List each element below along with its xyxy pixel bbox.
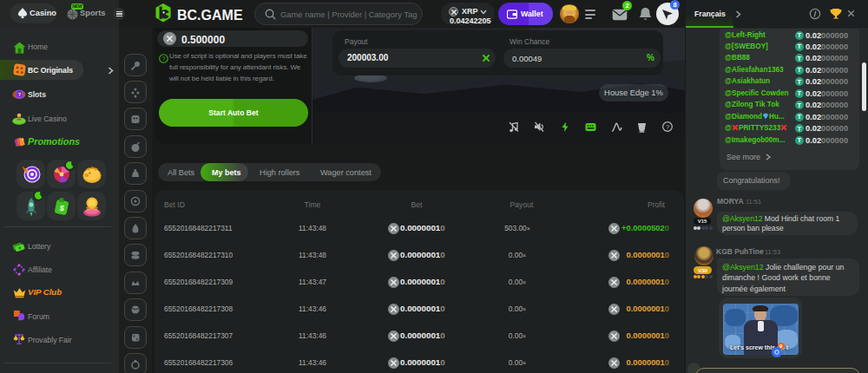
svg-text:7: 7: [18, 91, 22, 97]
svg-text:?: ?: [666, 123, 669, 131]
svg-text:?: ?: [161, 55, 165, 62]
